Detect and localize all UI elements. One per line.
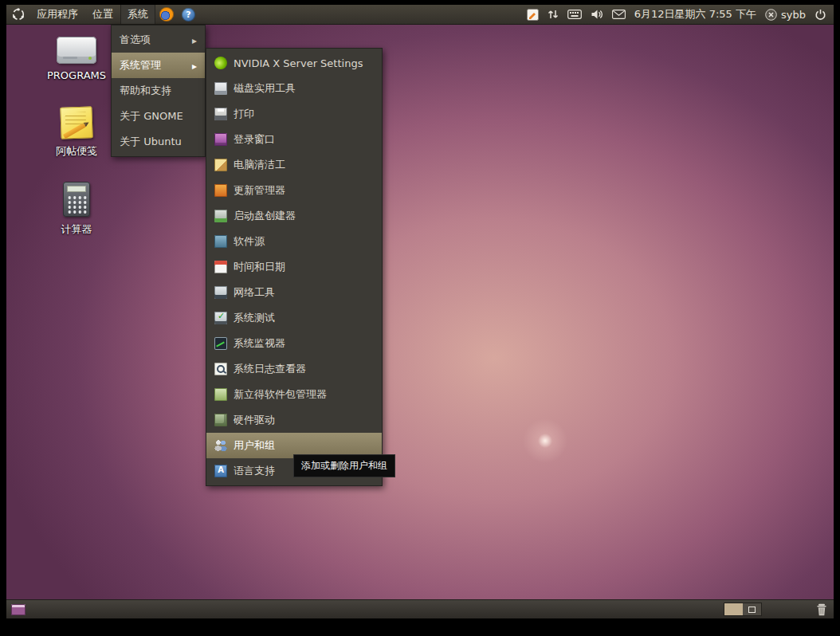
menu-item-label: 磁盘实用工具 xyxy=(234,81,296,96)
power-icon xyxy=(814,9,826,21)
language-support-icon xyxy=(214,465,227,477)
clock[interactable]: 6月12日星期六 7:55 下午 xyxy=(634,7,756,22)
user-menu[interactable]: sybb xyxy=(765,9,806,21)
menu-item-label: 关于 Ubuntu xyxy=(120,135,182,149)
panel-bottom-right-group xyxy=(724,603,834,616)
menu-item-label: 系统日志查看器 xyxy=(234,362,306,376)
distro-logo-icon[interactable] xyxy=(6,5,29,24)
network-arrows-icon[interactable] xyxy=(548,9,559,20)
menu-item-log-viewer[interactable]: 系统日志查看器 xyxy=(206,356,382,382)
menu-item-about-gnome[interactable]: 关于 GNOME xyxy=(112,104,205,129)
menu-item-label: 电脑清洁工 xyxy=(234,158,285,172)
menu-item-label: 网络工具 xyxy=(234,285,275,300)
desktop-frame: 应用程序 位置 系统 xyxy=(6,5,834,618)
hardware-drivers-icon xyxy=(214,414,227,426)
menu-item-label: 登录窗口 xyxy=(234,132,275,147)
menu-item-startup-disk-creator[interactable]: 启动盘创建器 xyxy=(206,203,382,229)
menu-applications-label: 应用程序 xyxy=(37,7,78,22)
desktop-icon-programs[interactable]: PROGRAMS xyxy=(35,37,118,81)
startup-disk-creator-icon xyxy=(214,210,227,222)
workspace-2[interactable] xyxy=(743,603,761,615)
desktop-icon-calculator[interactable]: 计算器 xyxy=(35,182,118,237)
menu-item-update-manager[interactable]: 更新管理器 xyxy=(206,178,382,203)
synaptic-icon xyxy=(214,388,227,401)
menu-item-label: NVIDIA X Server Settings xyxy=(234,57,363,69)
menu-item-nvidia-settings[interactable]: NVIDIA X Server Settings xyxy=(206,50,382,76)
menu-item-label: 系统监视器 xyxy=(234,336,285,351)
workspace-switcher xyxy=(724,603,762,616)
notes-indicator-icon[interactable] xyxy=(527,9,539,21)
menu-item-time-date[interactable]: 时间和日期 xyxy=(206,254,382,280)
pencil-icon xyxy=(63,123,86,139)
help-launcher[interactable] xyxy=(178,5,199,24)
desktop-icon-label: PROGRAMS xyxy=(47,69,106,81)
administration-submenu: NVIDIA X Server Settings 磁盘实用工具 打印 登录窗口 … xyxy=(206,48,383,486)
menu-item-system-monitor[interactable]: 系统监视器 xyxy=(206,331,382,356)
workspace-1[interactable] xyxy=(724,603,743,615)
users-groups-icon xyxy=(214,439,227,452)
menu-system-label: 系统 xyxy=(128,7,148,22)
calculator-icon xyxy=(63,182,90,217)
menu-item-computer-janitor[interactable]: 电脑清洁工 xyxy=(206,152,382,178)
menu-item-label: 语言支持 xyxy=(234,464,275,478)
network-tools-icon xyxy=(214,286,227,299)
menu-item-preferences[interactable]: 首选项 xyxy=(112,27,205,53)
menu-item-label: 启动盘创建器 xyxy=(234,209,296,223)
menu-item-about-ubuntu[interactable]: 关于 Ubuntu xyxy=(112,129,205,155)
menu-item-label: 系统测试 xyxy=(234,311,275,325)
menu-item-label: 首选项 xyxy=(120,33,151,47)
mail-indicator-icon[interactable] xyxy=(612,10,626,19)
firefox-launcher[interactable] xyxy=(155,5,178,24)
drive-icon xyxy=(57,37,96,64)
firefox-icon xyxy=(159,7,174,22)
time-date-icon xyxy=(214,261,227,273)
disk-utility-icon xyxy=(214,82,227,95)
show-desktop-button[interactable] xyxy=(11,604,26,615)
trash-applet[interactable] xyxy=(816,603,827,616)
trash-icon xyxy=(816,603,827,616)
menu-item-network-tools[interactable]: 网络工具 xyxy=(206,280,382,305)
log-viewer-icon xyxy=(214,363,227,375)
menu-item-label: 新立得软件包管理器 xyxy=(234,387,327,402)
sticky-note-icon xyxy=(60,106,92,139)
user-status-icon xyxy=(765,9,777,21)
login-window-icon xyxy=(214,133,227,146)
update-manager-icon xyxy=(214,184,227,197)
system-menu-dropdown: 首选项 系统管理 帮助和支持 关于 GNOME 关于 Ubuntu xyxy=(111,25,206,157)
menu-places-label: 位置 xyxy=(92,7,113,22)
submenu-arrow-icon xyxy=(192,60,197,72)
tooltip: 添加或删除用户和组 xyxy=(293,454,395,477)
printer-icon xyxy=(214,108,227,120)
software-sources-icon xyxy=(214,235,227,248)
desktop-icon-notes[interactable]: 阿帖便笺 xyxy=(35,107,118,159)
workspace-window-outline xyxy=(748,607,756,613)
menu-item-administration[interactable]: 系统管理 xyxy=(112,53,205,78)
volume-icon[interactable] xyxy=(591,9,603,20)
menu-applications[interactable]: 应用程序 xyxy=(29,5,85,24)
nvidia-icon xyxy=(214,57,227,69)
menu-item-software-sources[interactable]: 软件源 xyxy=(206,229,382,254)
menu-item-label: 软件源 xyxy=(234,234,265,249)
menu-item-label: 关于 GNOME xyxy=(120,109,183,124)
menu-item-synaptic[interactable]: 新立得软件包管理器 xyxy=(206,382,382,407)
bottom-panel xyxy=(6,599,834,618)
desktop-icon-label: 阿帖便笺 xyxy=(56,144,97,159)
menu-system[interactable]: 系统 xyxy=(120,5,155,24)
panel-right-group: 6月12日星期六 7:55 下午 sybb xyxy=(527,5,834,24)
menu-item-disk-utility[interactable]: 磁盘实用工具 xyxy=(206,76,382,101)
help-icon xyxy=(182,8,195,22)
desktop-icon-label: 计算器 xyxy=(61,222,92,237)
power-button[interactable] xyxy=(814,9,826,21)
menu-places[interactable]: 位置 xyxy=(85,5,120,24)
submenu-arrow-icon xyxy=(192,34,197,46)
menu-item-label: 硬件驱动 xyxy=(234,413,275,427)
keyboard-indicator-icon[interactable] xyxy=(567,10,582,19)
menu-item-label: 系统管理 xyxy=(120,58,161,73)
menu-item-system-testing[interactable]: 系统测试 xyxy=(206,305,382,331)
menu-item-hardware-drivers[interactable]: 硬件驱动 xyxy=(206,407,382,433)
computer-janitor-icon xyxy=(214,159,227,171)
menu-item-help-support[interactable]: 帮助和支持 xyxy=(112,78,205,104)
menu-item-printing[interactable]: 打印 xyxy=(206,101,382,127)
menu-item-login-window[interactable]: 登录窗口 xyxy=(206,127,382,152)
menu-item-label: 帮助和支持 xyxy=(120,84,171,98)
